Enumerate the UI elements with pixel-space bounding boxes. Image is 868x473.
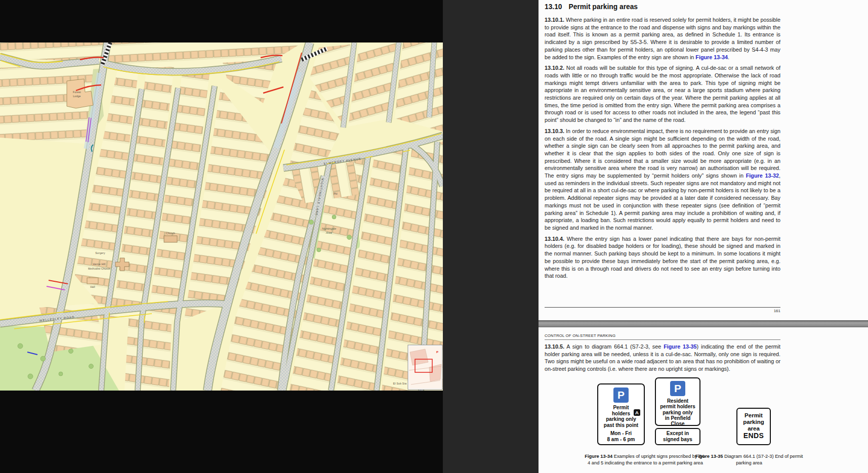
sign-line: Resident: [656, 398, 699, 404]
building-label-herne-hill: Herne Hill: [93, 263, 106, 266]
sign-hours-line: Mon - Fri: [598, 431, 644, 437]
figure-sign-resident-permit: P Resident permit holders parking only i…: [655, 377, 700, 445]
building-label-church: Church: [166, 232, 175, 235]
parking-p-icon: P: [670, 381, 685, 396]
sign-line: permit holders: [656, 404, 699, 409]
sign-ends-line: ENDS: [737, 433, 770, 439]
paragraph-13-10-1: 13.10.1. Where parking in an entire road…: [545, 16, 780, 61]
figure-13-34-caption: Figure 13-34 Examples of upright signs p…: [585, 453, 706, 466]
zone-identifier-badge: A: [634, 409, 640, 416]
map-canvas[interactable]: ELMCROFT AVENUE NIGHTINGALE LANE WELLESL…: [0, 42, 443, 391]
sign-line: Except in: [656, 431, 699, 437]
area-label-nightingale-2: Area: [325, 231, 332, 234]
figure-sign-permit-ends: Permit parking area ENDS: [736, 408, 771, 445]
sign-line: in Penfield: [656, 415, 699, 421]
section-number: 13.10: [545, 3, 562, 11]
sign-lower-panel: Except in signed bays: [655, 428, 700, 445]
sign-line: Permit: [737, 412, 770, 419]
paragraph-13-10-3: 13.10.3. In order to reduce environmenta…: [545, 127, 780, 232]
building-label-methodist-church: Methodist Church: [88, 267, 110, 270]
building-label-el-sub-sta: El Sub Sta: [393, 382, 407, 385]
building-label-forest-1: Forest: [73, 91, 81, 94]
page-gap: [539, 320, 868, 327]
building-label-ph: PH: [334, 192, 338, 195]
page-number: 161: [545, 309, 780, 313]
sign-line: parking only: [598, 416, 644, 422]
building-label-forest-2: Lodge: [73, 95, 80, 98]
parking-p-icon: P: [613, 388, 629, 403]
figure-reference-link[interactable]: Figure 13-32: [746, 173, 779, 179]
section-title: Permit parking areas: [569, 3, 638, 11]
housing-block: [125, 307, 172, 391]
sign-line: past this point: [598, 422, 644, 428]
sign-line: parking only: [656, 410, 699, 415]
screenshot-root: ELMCROFT AVENUE NIGHTINGALE LANE WELLESL…: [0, 0, 868, 473]
area-label-nightingale-1: Nightingale: [322, 227, 336, 230]
figure-reference-link[interactable]: Figure 13-34: [695, 54, 728, 60]
document-page-1: 13.10Permit parking areas 13.10.1. Where…: [539, 0, 868, 320]
paragraph-13-10-5: 13.10.5. A sign to diagram 664.1 (S7-2-3…: [545, 343, 780, 373]
building-label-hall: Hall: [90, 285, 95, 288]
footer-rule: [545, 307, 780, 308]
paragraph-13-10-4: 13.10.4. Where the entry sign has a lowe…: [545, 235, 780, 280]
section-heading: 13.10Permit parking areas: [545, 3, 780, 11]
sign-line: parking: [737, 419, 770, 425]
map-window[interactable]: ELMCROFT AVENUE NIGHTINGALE LANE WELLESL…: [0, 42, 443, 391]
document-page-2: CONTROL OF ON-STREET PARKING 13.10.5. A …: [539, 327, 868, 473]
window-gutter: [443, 0, 539, 473]
running-header: CONTROL OF ON-STREET PARKING: [545, 333, 780, 340]
sign-upper-panel: P Resident permit holders parking only i…: [655, 377, 700, 426]
figure-reference-link[interactable]: Figure 13-35: [664, 343, 696, 350]
building-label-surgery: Surgery: [95, 251, 105, 254]
paragraph-13-10-2: 13.10.2. Not all roads will be suitable …: [545, 64, 780, 124]
document-viewer[interactable]: 13.10Permit parking areas 13.10.1. Where…: [539, 0, 868, 473]
figure-sign-permit-holders: P Permit holders parking only past this …: [597, 383, 645, 445]
sign-line: signed bays: [656, 437, 699, 443]
figure-13-35-caption: Figure 13-35 Diagram 664.1 (S7-2-3) End …: [693, 453, 805, 466]
overview-inset-map[interactable]: P: [408, 345, 442, 390]
inset-p-marker: P: [436, 351, 438, 354]
sign-hours-line: 8 am - 6 pm: [598, 437, 644, 443]
sign-line: Close: [656, 421, 699, 426]
